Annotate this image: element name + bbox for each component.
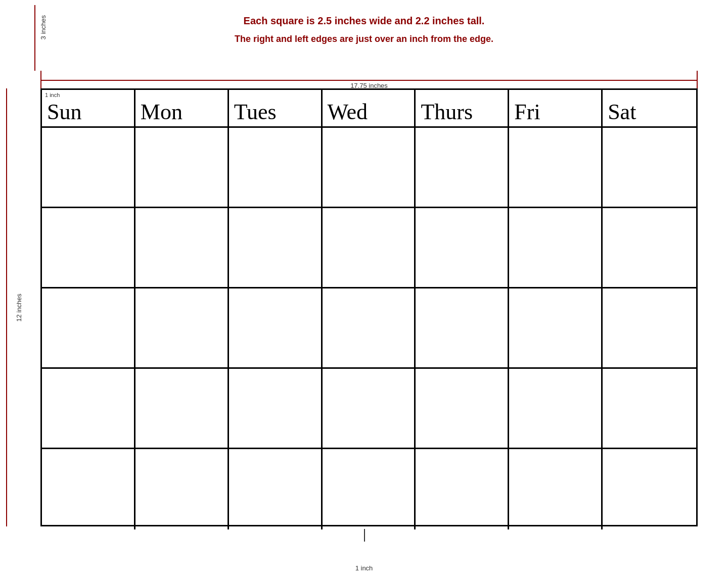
- height-line: [6, 88, 7, 526]
- line2-text: The right and left edges are just over a…: [0, 34, 728, 44]
- cell-2-3: [229, 208, 323, 287]
- top-text-block: Each square is 2.5 inches wide and 2.2 i…: [0, 0, 728, 44]
- cell-1-5: [416, 128, 509, 207]
- cell-5-6: [509, 449, 603, 529]
- cell-2-5: [416, 208, 509, 287]
- calendar-body: [42, 128, 696, 529]
- cell-4-7: [603, 369, 696, 448]
- day-header-fri: Fri: [509, 90, 603, 126]
- cell-1-3: [229, 128, 323, 207]
- width-line: [40, 80, 698, 81]
- top-height-annotation: 3 inches: [34, 5, 35, 71]
- day-mon: Mon: [141, 101, 183, 123]
- cell-4-4: [323, 369, 416, 448]
- cell-5-3: [229, 449, 323, 529]
- day-sat: Sat: [608, 101, 636, 123]
- calendar-row-5: [42, 449, 696, 529]
- cell-4-6: [509, 369, 603, 448]
- day-header-wed: Wed: [323, 90, 416, 126]
- day-header-tue: Tues: [229, 90, 323, 126]
- cell-3-2: [135, 288, 229, 367]
- cell-2-2: [135, 208, 229, 287]
- left-corner-tick: [40, 71, 41, 88]
- cell-2-6: [509, 208, 603, 287]
- cell-1-6: [509, 128, 603, 207]
- height-label: 12 inches: [15, 294, 23, 322]
- line1-text: Each square is 2.5 inches wide and 2.2 i…: [0, 15, 728, 27]
- cell-4-3: [229, 369, 323, 448]
- cell-1-4: [323, 128, 416, 207]
- day-header-thu: Thurs: [416, 90, 509, 126]
- day-wed: Wed: [328, 101, 368, 123]
- cell-5-1: [42, 449, 135, 529]
- cell-5-5: [416, 449, 509, 529]
- cell-4-1: [42, 369, 135, 448]
- cell-1-7: [603, 128, 696, 207]
- calendar-grid: 1 inch Sun Mon Tues Wed Thurs Fri Sat: [40, 88, 698, 526]
- cell-3-4: [323, 288, 416, 367]
- day-sun: Sun: [47, 101, 81, 123]
- calendar-row-1: [42, 128, 696, 208]
- day-header-sat: Sat: [603, 90, 696, 126]
- cell-4-5: [416, 369, 509, 448]
- calendar-row-4: [42, 369, 696, 449]
- cell-3-6: [509, 288, 603, 367]
- calendar-row-2: [42, 208, 696, 288]
- cell-1-2: [135, 128, 229, 207]
- right-corner-tick: [697, 71, 698, 88]
- top-height-label: 3 inches: [39, 15, 47, 39]
- cell-3-1: [42, 288, 135, 367]
- day-header-sun: 1 inch Sun: [42, 90, 135, 126]
- page-wrapper: 3 inches Each square is 2.5 inches wide …: [0, 0, 728, 582]
- inch-label: 1 inch: [45, 92, 60, 98]
- calendar-header: 1 inch Sun Mon Tues Wed Thurs Fri Sat: [42, 90, 696, 128]
- day-header-mon: Mon: [135, 90, 229, 126]
- cell-5-2: [135, 449, 229, 529]
- top-annotations: 3 inches Each square is 2.5 inches wide …: [0, 0, 728, 88]
- bottom-tick-line: [364, 529, 365, 542]
- day-fri: Fri: [514, 101, 540, 123]
- bottom-inch-annotation: 1 inch: [355, 563, 373, 572]
- cell-5-4: [323, 449, 416, 529]
- cell-1-1: [42, 128, 135, 207]
- day-tue: Tues: [234, 101, 277, 123]
- cell-2-7: [603, 208, 696, 287]
- cell-5-7: [603, 449, 696, 529]
- cell-2-1: [42, 208, 135, 287]
- height-annotation: 12 inches: [6, 88, 7, 526]
- cell-2-4: [323, 208, 416, 287]
- cell-3-3: [229, 288, 323, 367]
- day-thu: Thurs: [421, 101, 473, 123]
- calendar-row-3: [42, 288, 696, 369]
- cell-3-7: [603, 288, 696, 367]
- bottom-inch-label: 1 inch: [355, 564, 373, 572]
- cell-4-2: [135, 369, 229, 448]
- cell-3-5: [416, 288, 509, 367]
- top-height-line: [34, 5, 35, 71]
